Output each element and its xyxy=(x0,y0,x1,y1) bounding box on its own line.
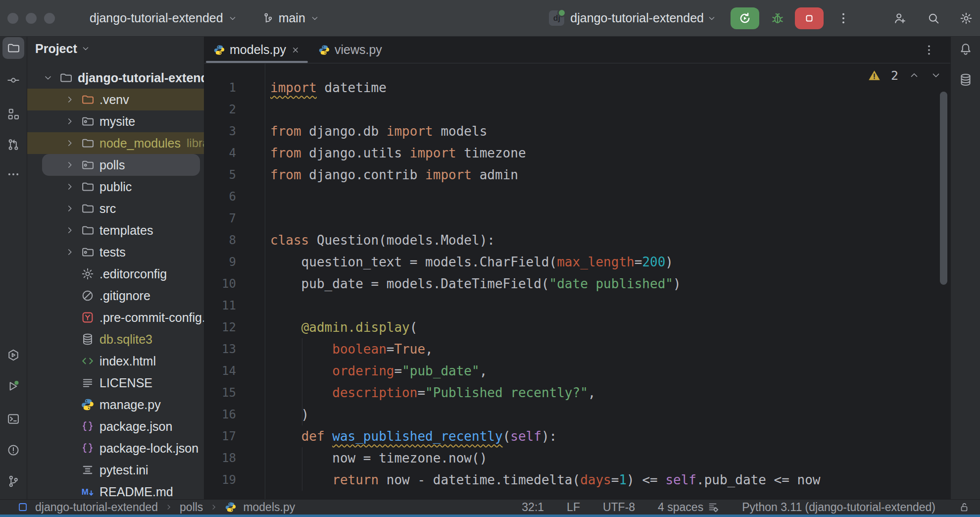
project-panel-title: Project xyxy=(35,42,77,56)
chevron-right-icon[interactable] xyxy=(59,116,81,127)
status-interpreter[interactable]: Python 3.11 (django-tutorial-extended) xyxy=(742,501,935,514)
folder-src-icon xyxy=(81,245,95,259)
unlock-icon xyxy=(958,501,970,513)
status-file-encoding[interactable]: UTF-8 xyxy=(603,501,635,514)
tree-item-mysite[interactable]: mysite xyxy=(27,110,204,132)
tab-options-icon[interactable] xyxy=(923,44,935,56)
tool-button-problems[interactable] xyxy=(2,439,24,461)
tree-item-manage-py[interactable]: manage.py xyxy=(27,394,204,415)
tool-button-run[interactable] xyxy=(2,375,24,397)
commit-icon xyxy=(6,73,20,87)
window-controls xyxy=(7,13,55,24)
tree-item-label: package-lock.json xyxy=(99,441,198,456)
stop-icon xyxy=(803,12,815,24)
minimize-window-button[interactable] xyxy=(26,13,37,24)
tool-button-notifications[interactable] xyxy=(958,42,973,56)
tree-item-license[interactable]: LICENSE xyxy=(27,372,204,394)
tool-button-project[interactable] xyxy=(2,37,24,59)
tool-button-services[interactable] xyxy=(2,344,24,366)
tree-item-package-lock-json[interactable]: package-lock.json xyxy=(27,437,204,459)
folder-src-icon xyxy=(81,114,95,128)
code-editor[interactable]: 1 import datetime 2 3 from django.db imp… xyxy=(204,63,950,499)
tool-button-structure[interactable] xyxy=(2,103,24,125)
status-read-write-toggle[interactable] xyxy=(958,501,970,513)
line-number: 10 xyxy=(204,277,264,291)
tool-button-more-tool-windows[interactable] xyxy=(2,163,24,185)
titlebar-actions: dj django-tutorial-extended xyxy=(549,7,973,29)
run-config-icon: dj xyxy=(549,10,564,26)
next-problem-icon[interactable] xyxy=(930,69,942,81)
tree-item-pre-commit-config-yaml[interactable]: .pre-commit-config.yaml xyxy=(27,307,204,328)
tree-item-tests[interactable]: tests xyxy=(27,241,204,263)
zoom-window-button[interactable] xyxy=(44,13,55,24)
tree-item-readme-md[interactable]: M README.md xyxy=(27,481,204,499)
tool-button-commit[interactable] xyxy=(2,69,24,91)
chevron-right-icon[interactable] xyxy=(59,138,81,149)
close-window-button[interactable] xyxy=(7,13,18,24)
chevron-down-icon[interactable] xyxy=(37,72,59,83)
tree-item-label: .editorconfig xyxy=(99,267,167,281)
stop-button[interactable] xyxy=(795,7,824,29)
ignore-file-icon xyxy=(81,289,95,303)
chevron-right-icon[interactable] xyxy=(59,181,81,192)
tree-item-pytest-ini[interactable]: pytest.ini xyxy=(27,459,204,481)
project-title: django-tutorial-extended xyxy=(90,11,223,25)
settings-button[interactable] xyxy=(959,11,973,25)
project-square-icon xyxy=(17,501,29,513)
python-file-icon xyxy=(225,501,237,513)
line-number: 14 xyxy=(204,364,264,378)
more-actions-button[interactable] xyxy=(836,11,850,25)
code-line: 9 question_text = models.CharField(max_l… xyxy=(204,251,950,273)
tree-item-venv[interactable]: .venv xyxy=(27,89,204,110)
tree-item-index-html[interactable]: index.html xyxy=(27,350,204,372)
tool-button-database[interactable] xyxy=(958,72,973,87)
chevron-right-icon[interactable] xyxy=(59,225,81,236)
project-widget[interactable]: django-tutorial-extended xyxy=(90,11,238,25)
tree-item-public[interactable]: public xyxy=(27,176,204,198)
breadcrumb-item[interactable]: models.py xyxy=(243,501,295,514)
search-everywhere-button[interactable] xyxy=(927,11,940,25)
tool-button-pull-requests[interactable] xyxy=(2,134,24,155)
tree-item-gitignore[interactable]: .gitignore xyxy=(27,285,204,307)
chevron-down-icon xyxy=(81,44,91,53)
tool-button-version-control[interactable] xyxy=(2,470,24,492)
tree-item-editorconfig[interactable]: .editorconfig xyxy=(27,263,204,285)
run-config-selector[interactable]: django-tutorial-extended xyxy=(570,11,704,25)
chevron-right-icon[interactable] xyxy=(59,94,81,105)
line-number: 12 xyxy=(204,320,264,334)
breadcrumb-item[interactable]: django-tutorial-extended xyxy=(35,501,158,514)
tree-item-node-modules[interactable]: node_modules library root xyxy=(27,132,204,154)
folder-icon xyxy=(81,223,95,237)
tree-item-templates[interactable]: templates xyxy=(27,219,204,241)
project-tool-header[interactable]: Project xyxy=(27,37,204,60)
editor-scrollbar[interactable] xyxy=(940,92,947,285)
previous-problem-icon[interactable] xyxy=(908,69,920,81)
breadcrumb-item[interactable]: polls xyxy=(180,501,203,514)
chevron-right-icon[interactable] xyxy=(59,159,81,170)
tool-button-terminal[interactable] xyxy=(2,408,24,430)
gear-file-icon xyxy=(81,267,95,281)
tab-models-py[interactable]: models.py xyxy=(204,37,309,63)
tree-item-django-tutorial-extended[interactable]: django-tutorial-extended xyxy=(27,67,204,89)
status-line-separator[interactable]: LF xyxy=(567,501,580,514)
tree-item-package-json[interactable]: package.json xyxy=(27,415,204,437)
chevron-right-icon[interactable] xyxy=(59,203,81,214)
status-indent[interactable]: 4 spaces xyxy=(658,501,719,514)
project-tree: django-tutorial-extended .venv mysite no… xyxy=(27,67,204,499)
run-play-icon xyxy=(6,379,20,393)
tree-item-src[interactable]: src xyxy=(27,198,204,219)
tree-item-db-sqlite3[interactable]: db.sqlite3 xyxy=(27,328,204,350)
close-tab-icon[interactable] xyxy=(291,45,300,55)
tree-item-label: polls xyxy=(99,158,125,172)
status-caret-position[interactable]: 32:1 xyxy=(522,501,544,514)
debug-button[interactable] xyxy=(770,11,785,26)
branch-widget[interactable]: main xyxy=(261,11,320,25)
chevron-right-icon[interactable] xyxy=(59,247,81,258)
code-with-me-button[interactable] xyxy=(893,11,907,25)
tree-item-polls[interactable]: polls xyxy=(27,154,204,176)
inspections-widget[interactable]: 2 xyxy=(868,64,942,86)
tab-views-py[interactable]: views.py xyxy=(309,37,391,63)
rerun-button[interactable] xyxy=(731,7,759,29)
tree-item-label: mysite xyxy=(99,114,135,129)
tree-item-label: templates xyxy=(99,223,153,238)
